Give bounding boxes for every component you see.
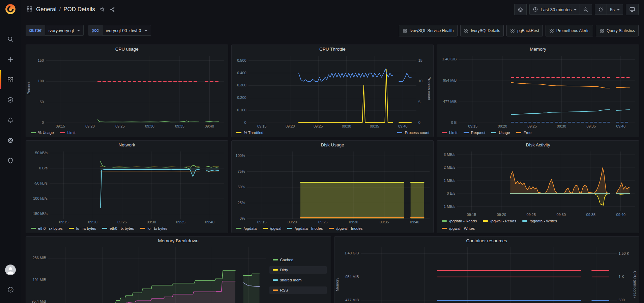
link-ivorysql-service-health[interactable]: IvorySQL Service Health (399, 25, 458, 36)
x-axis-tick: 09:25 (309, 124, 328, 128)
legend-item[interactable]: Limit (60, 131, 76, 135)
legend-item[interactable]: /pgwal - Reads (483, 219, 516, 223)
link-query-statistics[interactable]: Query Statistics (596, 25, 639, 36)
variable-label: pod (88, 25, 102, 36)
legend-item[interactable]: Request (464, 131, 486, 135)
y-axis-tick: -100 kB/s (27, 196, 48, 200)
panel-title[interactable]: Disk Usage (232, 141, 434, 149)
legend-item[interactable]: lo - tx bytes (140, 226, 168, 230)
legend-swatch (69, 228, 74, 229)
chart-canvas[interactable]: 0 B477 MiB954 MiB1.40 GiB09:1509:2009:25… (438, 54, 637, 130)
chart-canvas[interactable]: 0%25%50%75%100%09:1509:2009:2509:3009:35… (232, 149, 432, 225)
link-ivorysqldetails[interactable]: IvorySQLDetails (460, 25, 504, 36)
zoom-out-button[interactable] (580, 4, 592, 15)
user-avatar[interactable] (5, 265, 16, 275)
chevron-down-icon (145, 30, 147, 31)
x-axis-tick: 09:35 (582, 124, 601, 128)
x-axis-tick: 09:30 (140, 124, 159, 128)
breadcrumb-section[interactable]: General (36, 6, 56, 13)
legend-item[interactable]: RSS (269, 286, 327, 294)
chevron-down-icon (617, 9, 620, 10)
chart-canvas[interactable]: 05010015009:1509:2009:2509:3009:3509:40P… (27, 54, 226, 130)
legend-item[interactable]: /pgwal (263, 226, 281, 230)
chart-canvas[interactable]: 477 MiB954 MiB1.40 GiB5001 K1.50 K09:150… (335, 245, 637, 303)
configuration-gear-icon[interactable] (3, 133, 18, 148)
legend-item[interactable]: /pgdata (236, 226, 257, 230)
legend-label: RSS (280, 288, 288, 292)
y-axis-tick: 0 B/s (438, 191, 455, 195)
legend-swatch (273, 269, 278, 271)
sidebar: ? (0, 0, 21, 303)
explore-compass-icon[interactable] (3, 92, 18, 107)
legend-item[interactable]: Usage (491, 131, 510, 135)
legend-swatch (31, 228, 36, 229)
dashboards-grid-icon[interactable] (3, 72, 18, 87)
panel-title[interactable]: Memory Breakdown (26, 237, 331, 245)
chart-canvas[interactable]: -1 MB/s0 B/s1 MB/s2 MB/s3 MB/s09:1509:20… (438, 149, 637, 218)
legend-swatch (273, 290, 278, 291)
legend-item[interactable]: % Usage (31, 131, 54, 135)
panel-disk-usage: Disk Usage0%25%50%75%100%09:1509:2009:25… (231, 140, 434, 233)
legend-item[interactable]: Free (516, 131, 532, 135)
legend-item[interactable]: Dirty (269, 266, 327, 274)
pod-select[interactable]: ivorysql-00-z5wl-0 (102, 25, 151, 36)
legend-item[interactable]: /pgdata - Reads (442, 219, 477, 223)
legend-label: Dirty (280, 268, 288, 272)
refresh-interval-picker[interactable]: 5s (607, 4, 623, 15)
chart-canvas[interactable]: 00.1000.2000.3000.4000.50005101509:1509:… (232, 54, 432, 130)
legend-label: /pgdata - Writes (530, 219, 557, 223)
refresh-button[interactable] (595, 4, 607, 15)
y-axis-tick: 954 MiB (438, 78, 457, 82)
search-icon[interactable] (3, 32, 18, 47)
variable-pod: pod ivorysql-00-z5wl-0 (88, 25, 151, 36)
panel-title[interactable]: CPU Throttle (232, 45, 434, 54)
legend-item[interactable]: Limit (442, 131, 457, 135)
x-axis-tick: 09:40 (611, 124, 630, 128)
legend-item[interactable]: % Throttled (236, 131, 264, 135)
legend-item[interactable]: shared mem (269, 276, 327, 284)
time-range-picker[interactable]: Last 30 minutes (530, 4, 580, 15)
variable-cluster: cluster ivory:ivorysql (26, 25, 84, 36)
legend-swatch (442, 132, 447, 133)
alerting-bell-icon[interactable] (3, 113, 18, 128)
legend-label: /pgwal - Reads (490, 219, 516, 223)
server-admin-shield-icon[interactable] (3, 153, 18, 168)
help-icon[interactable]: ? (3, 282, 18, 297)
legend-item[interactable]: /pgdata - Inodes (287, 226, 323, 230)
x-axis-tick: 09:40 (405, 220, 424, 224)
kiosk-mode-button[interactable] (626, 4, 639, 15)
main-content: General / POD Details Last 30 minutes (21, 0, 644, 303)
link-prometheus-alerts[interactable]: Prometheus Alerts (546, 25, 593, 36)
legend-item[interactable]: eth0 - rx bytes (31, 226, 63, 230)
legend-label: /pgdata - Reads (449, 219, 477, 223)
legend-label: Request (471, 131, 486, 135)
y-axis-tick: 0 B/s (27, 166, 48, 170)
legend-item[interactable]: Process count (397, 131, 429, 135)
share-icon[interactable] (109, 6, 115, 12)
panel-title[interactable]: Container resources (334, 237, 639, 245)
grafana-logo[interactable] (5, 3, 16, 15)
cluster-select[interactable]: ivory:ivorysql (45, 25, 84, 36)
legend-item[interactable]: Cached (269, 256, 327, 264)
panel-title[interactable]: Network (26, 141, 228, 149)
legend-item[interactable]: eth0 - tx bytes (102, 226, 134, 230)
legend-label: Cached (280, 258, 294, 262)
star-icon[interactable] (99, 6, 105, 12)
legend-item[interactable]: /pgwal - Inodes (329, 226, 362, 230)
link-pgbackrest[interactable]: pgBackRest (506, 25, 543, 36)
chart-canvas[interactable]: 0 B95.4 MiB191 MiB286 MiB09:1509:2009:25… (27, 245, 268, 303)
legend-item[interactable]: /pgdata - Writes (522, 219, 557, 223)
dashboard-settings-button[interactable] (514, 4, 527, 15)
legend-item[interactable]: lo - rx bytes (69, 226, 96, 230)
chart-canvas[interactable]: -150 kB/s-100 kB/s-50 kB/s0 B/s50 kB/s09… (27, 149, 226, 225)
link-label: Query Statistics (607, 28, 635, 33)
panel-title[interactable]: Disk Activity (437, 141, 639, 149)
legend-swatch (483, 220, 488, 222)
dashboard-panel-grid: CPU usage05010015009:1509:2009:2509:3009… (21, 45, 644, 303)
legend: eth0 - rx byteslo - rx byteseth0 - tx by… (26, 225, 228, 233)
legend-item[interactable]: /pgwal - Writes (442, 226, 475, 230)
panel-title[interactable]: Memory (437, 45, 639, 54)
panel-title[interactable]: CPU usage (26, 45, 228, 54)
panel-disk-activity: Disk Activity-1 MB/s0 B/s1 MB/s2 MB/s3 M… (437, 140, 639, 233)
create-plus-icon[interactable] (3, 52, 18, 67)
